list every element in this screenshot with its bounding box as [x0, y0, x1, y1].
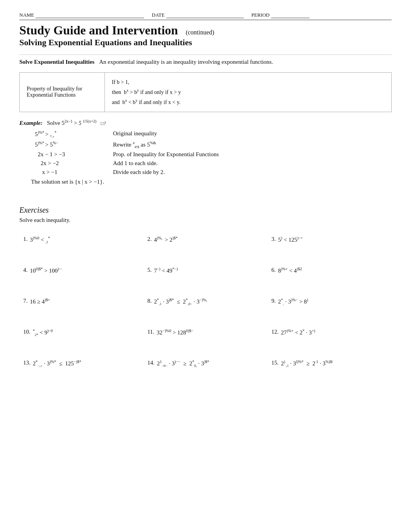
title-continued: (continued) [186, 29, 214, 36]
step-2-desc: Rewrite ##!$ as 5%& [110, 140, 365, 150]
exercise-14: 14. 21−0− · 3)−− ≥ 2*0, · 3)$* [144, 353, 268, 384]
exercise-4: 4. 100)$* > 100)−· [19, 260, 144, 291]
ex-3-num: 3. [271, 236, 276, 242]
example-word: Example: [19, 120, 43, 126]
exercises-grid: 1. 3)%0 < ,1* 2. 4)%, > 2)$* 3. 5) < 125… [19, 229, 392, 384]
period-line [271, 12, 310, 18]
title-sub: Solving Exponential Equations and Inequa… [19, 38, 392, 48]
name-label: NAME [19, 12, 34, 18]
header: NAME DATE PERIOD [19, 12, 392, 20]
exercise-12: 12. 27)%+ < 2* · 3+) [267, 322, 392, 353]
section-intro: Solve Exponential Inequalities An expone… [19, 59, 392, 65]
exercises-instruction: Solve each inequality. [19, 217, 392, 223]
name-field: NAME [19, 12, 144, 18]
exercise-6: 6. 8)%+ < 4)$2 [267, 260, 392, 291]
steps-table: 5)%* > *,+* Original inequality 5)%* > 5… [31, 129, 366, 177]
ex-11-expr: 32−)%0 > 1280)$− [157, 329, 194, 336]
period-label: PERIOD [252, 12, 270, 18]
step-1-expr: 5)%* > *,+* [32, 130, 109, 139]
step-4-desc: Add 1 to each side. [110, 159, 365, 167]
ex-8-num: 8. [147, 298, 152, 304]
exercise-1: 1. 3)%0 < ,1* [19, 229, 144, 260]
property-line-1: If b > 1, [112, 77, 181, 87]
step-3: 2x − 1 > −3 Prop. of Inequality for Expo… [32, 150, 365, 159]
ex-6-expr: 8)%+ < 4)$2 [278, 267, 302, 274]
property-box-left: Property of Inequality for Exponential F… [20, 73, 105, 112]
date-line [166, 12, 244, 18]
property-box: Property of Inequality for Exponential F… [19, 72, 392, 112]
property-line-2: then bx > by if and only if x > y [112, 87, 181, 97]
ex-10-num: 10. [23, 329, 31, 335]
name-line [36, 12, 144, 18]
ex-9-num: 9. [271, 298, 276, 304]
period-field: PERIOD [252, 12, 310, 18]
exercises-section: Exercises Solve each inequality. 1. 3)%0… [19, 206, 392, 384]
ex-13-expr: 2*−,+ · 3)%* ≤ 125−)$* [33, 360, 81, 368]
step-4: 2x > −2 Add 1 to each side. [32, 159, 365, 167]
section-divider [19, 55, 392, 55]
exercise-10: 10. *2* < 9)−0 [19, 322, 144, 353]
exercise-13: 13. 2*−,+ · 3)%* ≤ 125−)$* [19, 353, 144, 384]
solution-text: The solution set is {x | x > −1}. [31, 179, 392, 185]
ex-1-num: 1. [23, 236, 27, 242]
ex-4-expr: 100)$* > 100)−· [30, 267, 62, 274]
exercise-11: 11. 32−)%0 > 1280)$− [144, 322, 268, 353]
property-title: Property of Inequality for Exponential F… [27, 86, 98, 98]
step-2: 5)%* > 5%− Rewrite ##!$ as 5%& [32, 140, 365, 150]
step-1-desc: Original inequality [110, 130, 365, 139]
ex-4-num: 4. [23, 267, 27, 273]
ex-6-num: 6. [271, 267, 276, 273]
step-1: 5)%* > *,+* Original inequality [32, 130, 365, 139]
ex-10-expr: *2* < 9)−0 [33, 329, 53, 337]
exercise-9: 9. 2*, · 3)%− > 8) [267, 291, 392, 322]
step-5-expr: x > −1 [32, 168, 109, 176]
exercise-8: 8. 2*,1 · 3)$* ≤ 2*,0− · 3−)%, [144, 291, 268, 322]
section-description: An exponential inequality is an inequali… [99, 59, 273, 65]
property-line-3: and bx < by if and only if x < y. [112, 97, 181, 107]
ex-14-num: 14. [147, 360, 155, 366]
exercise-7: 7. 16 ≥ 4)$+ [19, 291, 144, 322]
ex-2-num: 2. [147, 236, 152, 242]
exercise-15: 15. 2)·,1 · 3l)%* ≥ 2·1 · 3%)$/ [267, 353, 392, 384]
property-box-right: If b > 1, then bx > by if and only if x … [105, 73, 188, 112]
ex-5-num: 5. [147, 267, 152, 273]
step-5-desc: Divide each side by 2. [110, 168, 365, 176]
step-5: x > −1 Divide each side by 2. [32, 168, 365, 176]
ex-7-expr: 16 ≥ 4)$+ [30, 298, 50, 305]
ex-9-expr: 2*, · 3)%− > 8) [278, 298, 308, 306]
ex-8-expr: 2*,1 · 3)$* ≤ 2*,0− · 3−)%, [154, 298, 207, 306]
ex-11-num: 11. [147, 329, 154, 335]
step-4-expr: 2x > −2 [32, 159, 109, 167]
exercise-3: 3. 5) < 125)−+ [267, 229, 392, 260]
title-block: Study Guide and Intervention (continued)… [19, 23, 392, 48]
ex-12-expr: 27)%+ < 2* · 3+) [281, 329, 315, 336]
exercise-5: 5. 7−) < 49*−) [144, 260, 268, 291]
step-3-expr: 2x − 1 > −3 [32, 150, 109, 159]
exercise-2: 2. 4)%, > 2)$* [144, 229, 268, 260]
ex-1-expr: 3)%0 < ,1* [30, 236, 50, 244]
ex-15-num: 15. [271, 360, 279, 366]
ex-2-expr: 4)%, > 2)$* [154, 236, 178, 243]
section-label: Solve Exponential Inequalities [19, 59, 94, 65]
ex-15-expr: 2)·,1 · 3l)%* ≥ 2·1 · 3%)$/ [281, 360, 333, 368]
ex-5-expr: 7−) < 49*−) [154, 267, 178, 274]
example-title: Example: Solve 52x−1 > 5 1/5(x+2) □? [19, 119, 392, 126]
ex-14-expr: 21−0− · 3)−− ≥ 2*0, · 3)$* [157, 360, 209, 368]
ex-7-num: 7. [23, 298, 27, 304]
title-main-text: Study Guide and Intervention [19, 23, 178, 38]
step-3-desc: Prop. of Inequality for Exponential Func… [110, 150, 365, 159]
example-section: Example: Solve 52x−1 > 5 1/5(x+2) □? 5)%… [19, 119, 392, 185]
main-title: Study Guide and Intervention (continued) [19, 23, 392, 38]
exercises-title: Exercises [19, 206, 392, 215]
ex-12-num: 12. [271, 329, 279, 335]
ex-3-expr: 5) < 125)−+ [278, 236, 303, 243]
date-label: DATE [152, 12, 164, 18]
ex-13-num: 13. [23, 360, 31, 366]
step-2-expr: 5)%* > 5%− [32, 140, 109, 150]
date-field: DATE [152, 12, 243, 18]
